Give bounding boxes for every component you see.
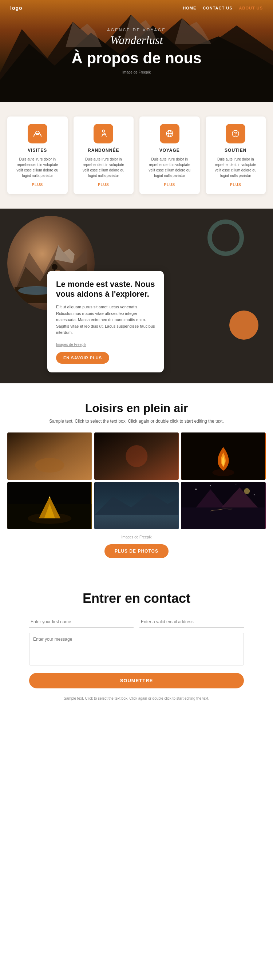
- services-section: VISITES Duis aute irure dolor in reprehe…: [0, 102, 273, 208]
- hero-credit: Image de Freepik: [72, 70, 202, 74]
- service-link-soutien[interactable]: PLUS: [211, 183, 260, 187]
- more-photos-button[interactable]: PLUS DE PHOTOS: [105, 544, 168, 558]
- photo-fire1: [181, 433, 266, 480]
- svg-rect-40: [182, 508, 265, 529]
- nav-contact[interactable]: CONTACT US: [203, 6, 232, 10]
- outdoor-subtitle: Sample text. Click to select the text bo…: [7, 418, 266, 424]
- service-text-voyage: Duis aute irure dolor in reprehenderit i…: [145, 156, 194, 178]
- svg-point-46: [236, 485, 236, 485]
- service-title-voyage: VOYAGE: [145, 148, 194, 153]
- contact-form-row1: [29, 616, 244, 628]
- hero-title: À propos de nous: [72, 50, 202, 67]
- photo-lake1: [94, 482, 179, 529]
- contact-title: Entrer en contact: [29, 591, 244, 606]
- nav-links: HOME CONTACT US ABOUT US: [183, 6, 263, 10]
- service-text-soutien: Duis aute irure dolor in reprehenderit i…: [211, 156, 260, 178]
- decorative-ring: [208, 220, 244, 256]
- service-link-randonnee[interactable]: PLUS: [79, 183, 128, 187]
- svg-point-27: [35, 458, 64, 473]
- hero-agency: AGENCE DE VOYAGE: [72, 28, 202, 32]
- photo-grid-top: [7, 433, 266, 480]
- svg-point-7: [102, 130, 105, 132]
- explore-title: Le monde est vaste. Nous vous aidons à l…: [56, 280, 155, 299]
- service-link-voyage[interactable]: PLUS: [145, 183, 194, 187]
- voyage-icon: [160, 124, 179, 143]
- decorative-circle: [229, 310, 259, 340]
- email-input[interactable]: [140, 616, 244, 628]
- svg-point-19: [52, 264, 57, 270]
- explore-section: Le monde est vaste. Nous vous aidons à l…: [0, 208, 273, 383]
- explore-credit: Images de Freepik: [56, 342, 155, 348]
- svg-point-43: [244, 488, 250, 494]
- service-link-visites[interactable]: PLUS: [13, 183, 62, 187]
- service-text-visites: Duis aute irure dolor in reprehenderit i…: [13, 156, 62, 178]
- first-name-input[interactable]: [29, 616, 133, 628]
- photo-grid-bottom: [7, 482, 266, 529]
- service-title-randonnee: RANDONNÉE: [79, 148, 128, 153]
- message-textarea[interactable]: [29, 633, 244, 665]
- randonnee-icon: [94, 124, 113, 143]
- svg-point-35: [49, 496, 50, 498]
- photo-night1: [181, 482, 266, 529]
- photo-camp1: [7, 433, 92, 480]
- service-title-visites: VISITES: [13, 148, 62, 153]
- contact-section: Entrer en contact SOUMETTRE Sample text.…: [0, 573, 273, 716]
- outdoor-section: Loisirs en plein air Sample text. Click …: [0, 383, 273, 573]
- navbar: logo HOME CONTACT US ABOUT US: [0, 0, 273, 16]
- nav-logo: logo: [10, 5, 22, 11]
- visites-icon: [28, 124, 47, 143]
- svg-text:?: ?: [234, 131, 237, 137]
- explore-card: Le monde est vaste. Nous vous aidons à l…: [47, 271, 164, 372]
- photo-camp2: [94, 433, 179, 480]
- service-text-randonnee: Duis aute irure dolor in reprehenderit i…: [79, 156, 128, 178]
- svg-point-44: [195, 488, 197, 490]
- svg-point-47: [254, 494, 255, 495]
- photo-credits: Images de Freepik: [7, 535, 266, 539]
- explore-body: Elit ut aliquam purus sit amet luctus ve…: [56, 304, 155, 336]
- submit-button[interactable]: SOUMETTRE: [29, 673, 244, 689]
- service-card-randonnee: RANDONNÉE Duis aute irure dolor in repre…: [73, 116, 134, 194]
- photo-tent1: [7, 482, 92, 529]
- hero-content: AGENCE DE VOYAGE Wanderlust À propos de …: [72, 28, 202, 74]
- svg-rect-26: [8, 433, 91, 480]
- service-card-voyage: VOYAGE Duis aute irure dolor in reprehen…: [140, 116, 200, 194]
- svg-point-45: [210, 485, 211, 486]
- nav-about[interactable]: ABOUT US: [239, 6, 263, 10]
- explore-button[interactable]: EN SAVOIR PLUS: [56, 352, 109, 364]
- soutien-icon: ?: [226, 124, 245, 143]
- nav-home[interactable]: HOME: [183, 6, 196, 10]
- svg-point-29: [125, 445, 148, 467]
- service-title-soutien: SOUTIEN: [211, 148, 260, 153]
- hero-brand: Wanderlust: [72, 33, 202, 47]
- outdoor-title: Loisirs en plein air: [7, 401, 266, 415]
- footer-note: Sample text. Click to select the text bo…: [29, 696, 244, 702]
- service-card-soutien: ? SOUTIEN Duis aute irure dolor in repre…: [206, 116, 266, 194]
- service-card-visites: VISITES Duis aute irure dolor in reprehe…: [7, 116, 68, 194]
- svg-rect-38: [95, 515, 178, 529]
